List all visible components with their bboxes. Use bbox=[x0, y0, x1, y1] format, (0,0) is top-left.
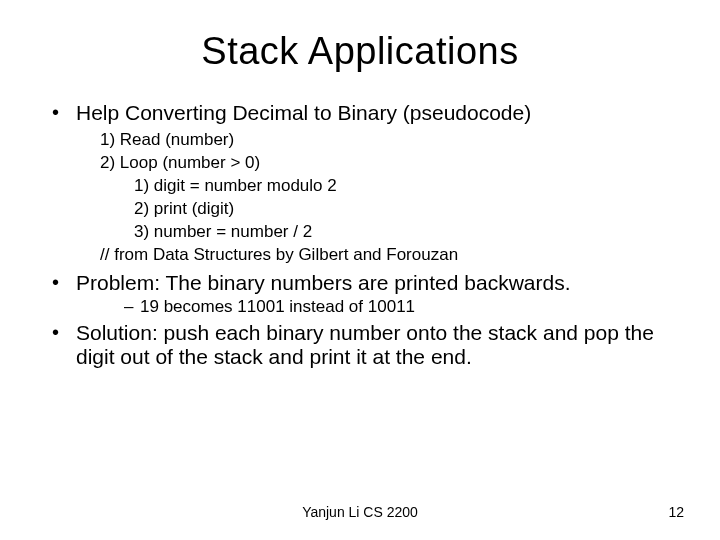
code-line-2: 2) Loop (number > 0) bbox=[100, 152, 680, 175]
bullet-help: Help Converting Decimal to Binary (pseud… bbox=[52, 101, 680, 267]
bullet-problem-text: Problem: The binary numbers are printed … bbox=[76, 271, 571, 294]
code-line-4: 2) print (digit) bbox=[100, 198, 680, 221]
code-line-6: // from Data Structures by Gilbert and F… bbox=[100, 244, 680, 267]
slide-title: Stack Applications bbox=[40, 30, 680, 73]
problem-sub-text: 19 becomes 11001 instead of 10011 bbox=[140, 297, 415, 316]
pseudocode-block: 1) Read (number) 2) Loop (number > 0) 1)… bbox=[100, 129, 680, 267]
bullet-help-text: Help Converting Decimal to Binary (pseud… bbox=[76, 101, 531, 124]
footer-center: Yanjun Li CS 2200 bbox=[0, 504, 720, 520]
problem-sub: 19 becomes 11001 instead of 10011 bbox=[124, 297, 680, 317]
bullet-list: Help Converting Decimal to Binary (pseud… bbox=[52, 101, 680, 369]
bullet-solution-text: Solution: push each binary number onto t… bbox=[76, 321, 654, 368]
page-number: 12 bbox=[668, 504, 684, 520]
bullet-solution: Solution: push each binary number onto t… bbox=[52, 321, 680, 369]
code-line-1: 1) Read (number) bbox=[100, 129, 680, 152]
code-line-5: 3) number = number / 2 bbox=[100, 221, 680, 244]
code-line-3: 1) digit = number modulo 2 bbox=[100, 175, 680, 198]
bullet-problem: Problem: The binary numbers are printed … bbox=[52, 271, 680, 317]
slide: Stack Applications Help Converting Decim… bbox=[0, 0, 720, 540]
